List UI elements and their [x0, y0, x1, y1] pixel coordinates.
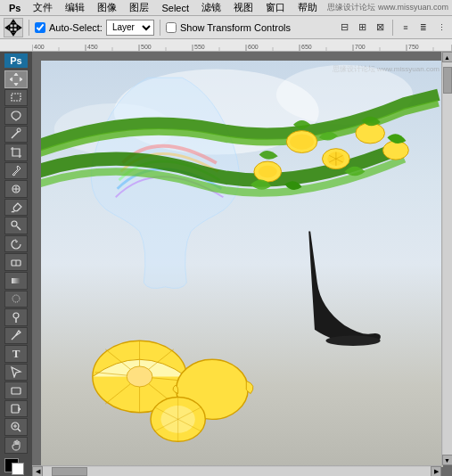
menu-window[interactable]: 窗口: [260, 0, 291, 15]
tool-hand[interactable]: [4, 437, 28, 455]
svg-point-57: [383, 141, 409, 160]
toolbar-sep2: [160, 20, 160, 36]
watermark-text: 思缘设计论坛 www.missyuan.com: [327, 2, 448, 13]
menu-ps[interactable]: Ps: [4, 2, 26, 14]
autoselect-label: Auto-Select:: [49, 22, 103, 33]
svg-rect-27: [12, 94, 21, 101]
distribute-btn3[interactable]: ⋮: [434, 21, 448, 35]
align-center-btn[interactable]: ⊞: [355, 21, 369, 35]
color-swatches[interactable]: [4, 458, 28, 474]
svg-point-50: [290, 134, 314, 149]
tool-eyedropper[interactable]: [4, 162, 28, 180]
svg-rect-40: [12, 388, 21, 394]
scroll-left-btn[interactable]: ◀: [32, 466, 43, 477]
svg-text:600: 600: [248, 44, 259, 50]
scroll-right-btn[interactable]: ▶: [431, 466, 441, 477]
svg-point-38: [13, 313, 19, 318]
tool-crop[interactable]: [4, 144, 28, 161]
menu-edit[interactable]: 编辑: [60, 0, 90, 15]
tool-move[interactable]: [4, 70, 28, 88]
toolbar: Auto-Select: Layer Group Show Transform …: [0, 16, 452, 39]
svg-line-43: [18, 429, 21, 431]
menu-image[interactable]: 图像: [92, 0, 122, 15]
svg-rect-36: [12, 278, 21, 283]
scroll-horiz-track: [43, 467, 431, 476]
menu-file[interactable]: 文件: [28, 0, 58, 15]
tool-text[interactable]: T: [4, 345, 28, 363]
svg-point-59: [259, 166, 277, 177]
scroll-up-btn[interactable]: ▲: [442, 52, 453, 62]
tool-clone[interactable]: [4, 217, 28, 234]
ruler-ticks: 400 450 500 550 600 650 700 750 800: [32, 39, 452, 51]
distribute-btn1[interactable]: ≡: [399, 21, 413, 35]
tool-brush[interactable]: [4, 199, 28, 217]
transform-checkbox[interactable]: [166, 22, 177, 33]
distribute-btn2[interactable]: ≣: [416, 21, 431, 35]
scroll-horiz-thumb[interactable]: [52, 467, 87, 476]
svg-text:550: 550: [194, 44, 205, 50]
menu-view[interactable]: 视图: [228, 0, 259, 15]
ruler-top: 400 450 500 550 600 650 700 750 800: [0, 39, 452, 52]
tool-dodge[interactable]: [4, 308, 28, 326]
svg-text:400: 400: [34, 44, 45, 50]
tool-blur[interactable]: [4, 291, 28, 308]
svg-point-56: [356, 123, 385, 144]
tool-path-select[interactable]: [4, 364, 28, 382]
svg-point-60: [325, 335, 380, 345]
svg-point-37: [12, 295, 20, 302]
move-tool-btn[interactable]: [4, 18, 23, 37]
svg-point-33: [12, 221, 17, 226]
menu-help[interactable]: 帮助: [292, 0, 323, 15]
autoselect-checkbox[interactable]: [35, 22, 45, 33]
layer-select[interactable]: Layer Group: [106, 20, 154, 36]
scroll-track: [443, 62, 452, 455]
tool-marquee[interactable]: [4, 89, 28, 107]
tool-heal[interactable]: [4, 180, 28, 198]
svg-rect-41: [12, 405, 19, 413]
tool-zoom[interactable]: [4, 418, 28, 436]
menu-layer[interactable]: 图层: [124, 0, 154, 15]
svg-point-66: [127, 366, 152, 387]
svg-text:650: 650: [301, 44, 312, 50]
tool-eraser[interactable]: [4, 253, 28, 271]
align-left-btn[interactable]: ⊟: [337, 21, 351, 35]
tool-magic-wand[interactable]: [4, 126, 28, 144]
svg-text:750: 750: [408, 44, 419, 50]
ps-logo: Ps: [4, 53, 28, 68]
scrollbar-horizontal[interactable]: ◀ ▶: [32, 465, 441, 476]
toolbox: Ps: [0, 52, 32, 476]
menu-select[interactable]: Select: [156, 2, 194, 14]
scroll-thumb[interactable]: [443, 67, 452, 94]
menu-filter[interactable]: 滤镜: [196, 0, 226, 15]
tool-shape[interactable]: [4, 382, 28, 399]
canvas-area: 思缘设计论坛 www.missyuan.com: [32, 52, 452, 476]
svg-text:450: 450: [87, 44, 98, 50]
toolbar-sep1: [29, 20, 29, 36]
tool-gradient[interactable]: [4, 272, 28, 290]
tool-lasso[interactable]: [4, 107, 28, 125]
svg-text:700: 700: [355, 44, 366, 50]
artwork-svg: [41, 61, 443, 467]
artwork-canvas: 思缘设计论坛 www.missyuan.com: [41, 61, 443, 467]
align-right-btn[interactable]: ⊠: [373, 21, 387, 35]
tool-note[interactable]: [4, 400, 28, 418]
scrollbar-vertical[interactable]: ▲ ▼: [441, 52, 452, 465]
svg-text:500: 500: [141, 44, 152, 50]
scroll-down-btn[interactable]: ▼: [442, 455, 453, 465]
toolbar-sep3: [392, 20, 393, 36]
tool-history[interactable]: [4, 235, 28, 253]
main-area: Ps: [0, 52, 452, 476]
svg-line-28: [12, 131, 19, 138]
transform-label: Show Transform Controls: [180, 22, 291, 33]
menubar: Ps 文件 编辑 图像 图层 Select 滤镜 视图 窗口 帮助 思缘设计论坛…: [0, 0, 452, 16]
tool-pen[interactable]: [4, 327, 28, 345]
